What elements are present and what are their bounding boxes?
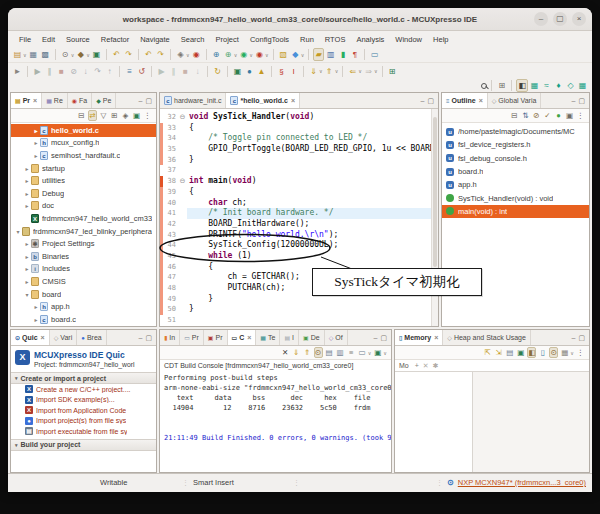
close-tab-icon[interactable]: × [33,97,37,104]
debug-blue-icon[interactable]: ⊕ [211,48,222,61]
link-editor-icon[interactable]: ▣ [565,111,574,120]
link-red-icon[interactable]: § [276,65,287,78]
annotate-dropdown-icon[interactable]: ∨ [301,52,305,58]
power-icon[interactable]: ⊙ [447,478,454,487]
minimize-maximize-controls[interactable]: ‒▢ [567,330,589,345]
terminate-all-icon[interactable]: ◉ [191,48,202,61]
toggle-split-icon[interactable]: ◧ [527,347,536,358]
pin-memory-dropdown-icon[interactable]: ∨ [570,350,574,356]
view-menu-icon[interactable]: ⋮ [576,111,585,120]
mex-green-icon[interactable]: ▣ [232,65,243,78]
green-bar-icon[interactable]: ▮ [337,48,348,61]
mex-config-icon[interactable]: ▣ [91,48,102,61]
expander-icon[interactable]: ▸ [23,240,31,247]
redo-icon[interactable]: ↷ [123,48,134,61]
display-selected-icon[interactable]: ▭ [358,348,367,357]
menu-analysis[interactable]: Analysis [351,34,389,45]
save-all-icon[interactable]: ▩ [40,48,51,61]
annotate-icon[interactable]: ◆ [290,48,301,61]
quickstart-action[interactable]: ▤Import executable from file sy [11,426,156,437]
build-hammer-icon[interactable]: ◆ [75,48,86,61]
tab-image-info[interactable]: ▤I [280,330,299,345]
export-icon[interactable]: ⇱ [483,348,492,357]
search-icon[interactable] [481,83,487,89]
outline-item[interactable]: ufsl_debug_console.h [442,152,589,165]
expander-icon[interactable]: ▸ [23,202,31,209]
tab-problems[interactable]: ▭Pr [180,330,204,345]
tab-faults[interactable]: ◉Fa [68,93,92,108]
debug-green-icon[interactable]: ⊕ [223,48,234,61]
tab-peripherals[interactable]: ◆Pe [92,93,116,108]
tree-item[interactable]: ▸happ.h [11,300,156,313]
tree-item[interactable]: ▾board [11,288,156,301]
view-menu-icon[interactable]: ⋮ [576,348,585,357]
undo-icon[interactable]: ↶ [111,48,122,61]
new-wizard-icon[interactable]: ◈ [175,48,186,61]
scroll-up-icon[interactable]: ⇑ [303,348,312,357]
tree-item[interactable]: ▸cboard.c [11,313,156,326]
open-console-icon[interactable]: ▣ [373,348,382,357]
terminate-icon[interactable]: ■ [56,65,67,78]
focus-icon[interactable]: ◈ [121,111,130,120]
console-output[interactable]: Performing post-build stepsarm-none-eabi… [160,372,391,472]
new-wizard-dropdown-icon[interactable]: ∨ [186,52,190,58]
tree-item[interactable]: ▸utilities [11,174,156,187]
back-dropdown-icon[interactable]: ∨ [358,68,362,74]
expander-icon[interactable]: ▸ [23,165,31,172]
menu-navigate[interactable]: Navigate [135,34,175,45]
quickstart-action[interactable]: XImport from Application Code [11,405,156,416]
step-over-icon[interactable]: ↷ [92,65,103,78]
step-into-icon[interactable]: ↓ [80,65,91,78]
code-line[interactable]: 41 /* Init board hardware. */ [160,208,438,219]
scroll-down-icon[interactable]: ⇓ [292,348,301,357]
code-line[interactable]: 37 [160,165,438,176]
code-line[interactable]: 42 BOARD_InitHardware(); [160,219,438,230]
collapse-all-icon[interactable]: ⊟ [77,111,86,120]
wave-perspective-icon[interactable]: ≈ [541,79,552,92]
step2-icon[interactable]: ↓ [192,65,203,78]
menu-run[interactable]: Run [295,34,319,45]
tab-global-variables[interactable]: ◇Global Varia [488,93,542,108]
debug-green-dropdown-icon[interactable]: ∨ [234,52,238,58]
tree-item[interactable]: ▸hmcux_config.h [11,137,156,150]
tree-item[interactable]: ▸doc [11,200,156,213]
reset-icon[interactable]: ↺ [136,65,147,78]
expander-icon[interactable]: ▸ [23,265,31,272]
code-line[interactable]: 50} [160,304,438,315]
close-tab-icon[interactable]: × [41,334,45,341]
code-line[interactable]: 40 char ch; [160,198,438,209]
code-line[interactable]: 33{ [160,123,438,134]
resume-icon[interactable]: ▶ [32,65,43,78]
code-line[interactable]: 35 GPIO_PortToggle(BOARD_LED_RED_GPIO, 1… [160,144,438,155]
refresh-icon[interactable]: ↻ [212,65,223,78]
code-line[interactable]: 32⊖void SysTick_Handler(void) [160,112,438,123]
tab-properties[interactable]: ▣Pr [204,330,228,345]
expander-icon[interactable]: ▾ [14,228,22,235]
develop-perspective-icon[interactable]: ◧ [516,79,528,92]
collapse-icon[interactable]: ▾ [15,375,18,381]
tab-hello-world[interactable]: c*hello_world.c× [226,93,300,108]
hide-fields-icon[interactable]: ⊘ [532,111,541,120]
tab-hardware-init[interactable]: chardware_init.c [160,93,226,108]
remove-all-icon[interactable]: ✱ [433,362,439,369]
forward-dropdown-icon[interactable]: ∨ [374,68,378,74]
tab-breakpoints[interactable]: ●Brea [77,330,106,345]
switch-icon[interactable]: ⊙ [549,347,558,358]
collapse-icon[interactable]: ▾ [15,442,18,448]
scroll-lock-icon[interactable]: ⊙ [314,347,323,358]
tab-project-explorer[interactable]: ▤Pr× [11,93,42,108]
tab-debugger-console[interactable]: ▣De [299,330,325,345]
tab-console[interactable]: ▭C× [228,330,257,345]
menu-source[interactable]: Source [61,34,95,45]
outline-item[interactable]: uapp.h [442,178,589,191]
tree-item[interactable]: ▸startup [11,162,156,175]
export-up-dropdown-icon[interactable]: ∨ [335,68,339,74]
new-cpp-project-icon[interactable]: ▤ [12,48,23,61]
restart-icon[interactable]: ≡ [124,65,135,78]
tab-terminal[interactable]: ▦Te [256,330,280,345]
pin-icon[interactable]: ≡ [347,348,356,357]
menu-help[interactable]: Help [428,34,453,45]
menu-file[interactable]: File [14,34,36,45]
forward-icon[interactable]: ⇒ [363,65,374,78]
minimize-maximize-controls[interactable]: ‒▢ [369,330,391,345]
